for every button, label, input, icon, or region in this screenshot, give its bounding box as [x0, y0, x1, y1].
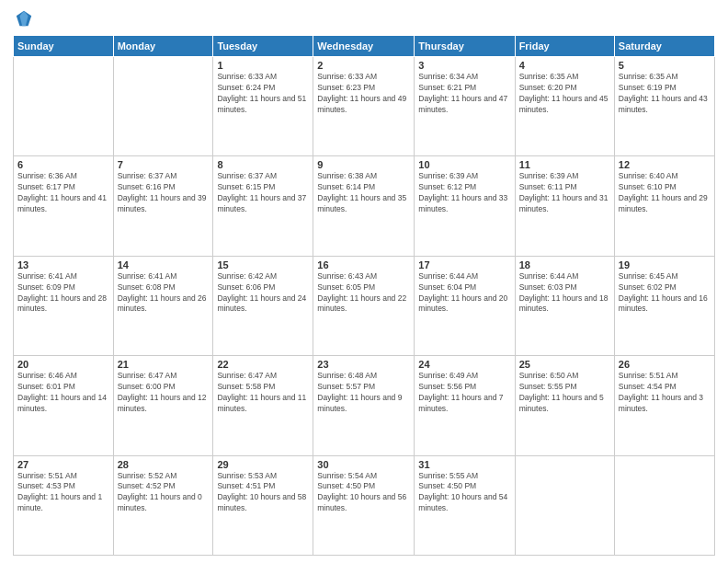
day-info: Sunrise: 6:40 AMSunset: 6:10 PMDaylight:… [619, 171, 711, 215]
day-number: 1 [217, 60, 309, 71]
day-number: 30 [317, 459, 410, 470]
day-info: Sunrise: 6:41 AMSunset: 6:08 PMDaylight:… [118, 271, 210, 316]
day-number: 13 [17, 259, 109, 270]
day-number: 5 [619, 60, 711, 71]
day-info: Sunrise: 5:51 AMSunset: 4:53 PMDaylight:… [17, 471, 109, 515]
day-info: Sunrise: 6:35 AMSunset: 6:20 PMDaylight:… [519, 72, 610, 116]
day-number: 17 [418, 259, 510, 270]
calendar-day-cell: 23Sunrise: 6:48 AMSunset: 5:57 PMDayligh… [313, 356, 415, 455]
calendar-day-cell: 3Sunrise: 6:34 AMSunset: 6:21 PMDaylight… [415, 57, 515, 156]
day-info: Sunrise: 6:47 AMSunset: 6:00 PMDaylight:… [118, 371, 210, 415]
calendar-day-cell: 20Sunrise: 6:46 AMSunset: 6:01 PMDayligh… [14, 356, 114, 455]
calendar-day-cell: 16Sunrise: 6:43 AMSunset: 6:05 PMDayligh… [313, 256, 415, 355]
day-of-week-header: Saturday [614, 36, 714, 57]
calendar-body: 1Sunrise: 6:33 AMSunset: 6:24 PMDaylight… [14, 57, 715, 556]
calendar-day-cell: 18Sunrise: 6:44 AMSunset: 6:03 PMDayligh… [515, 256, 614, 355]
day-number: 9 [317, 159, 410, 170]
calendar-day-cell: 30Sunrise: 5:54 AMSunset: 4:50 PMDayligh… [313, 455, 415, 555]
calendar-day-cell: 17Sunrise: 6:44 AMSunset: 6:04 PMDayligh… [415, 256, 515, 355]
logo-icon [15, 9, 33, 28]
day-info: Sunrise: 6:46 AMSunset: 6:01 PMDaylight:… [17, 371, 109, 415]
day-of-week-header: Monday [113, 36, 213, 57]
day-number: 27 [17, 459, 109, 470]
calendar-day-cell: 12Sunrise: 6:40 AMSunset: 6:10 PMDayligh… [614, 156, 714, 256]
calendar-day-cell: 19Sunrise: 6:45 AMSunset: 6:02 PMDayligh… [614, 256, 714, 355]
calendar-week-row: 27Sunrise: 5:51 AMSunset: 4:53 PMDayligh… [14, 455, 715, 555]
day-info: Sunrise: 5:55 AMSunset: 4:50 PMDaylight:… [418, 471, 510, 515]
calendar-day-cell: 21Sunrise: 6:47 AMSunset: 6:00 PMDayligh… [113, 356, 213, 455]
calendar-day-cell: 6Sunrise: 6:36 AMSunset: 6:17 PMDaylight… [14, 156, 114, 256]
day-number: 7 [118, 159, 210, 170]
day-info: Sunrise: 5:52 AMSunset: 4:52 PMDaylight:… [118, 471, 210, 515]
calendar-day-cell: 26Sunrise: 5:51 AMSunset: 4:54 PMDayligh… [614, 356, 714, 455]
day-number: 3 [418, 60, 510, 71]
calendar-day-cell [14, 57, 114, 156]
day-of-week-header: Tuesday [213, 36, 313, 57]
day-number: 14 [118, 259, 210, 270]
calendar-day-cell: 27Sunrise: 5:51 AMSunset: 4:53 PMDayligh… [14, 455, 114, 555]
day-of-week-header: Wednesday [313, 36, 415, 57]
day-info: Sunrise: 6:41 AMSunset: 6:09 PMDaylight:… [17, 271, 109, 316]
day-of-week-header: Thursday [415, 36, 515, 57]
day-of-week-header: Sunday [14, 36, 114, 57]
day-number: 25 [519, 359, 610, 370]
calendar-header-row: SundayMondayTuesdayWednesdayThursdayFrid… [14, 36, 715, 57]
calendar-day-cell: 10Sunrise: 6:39 AMSunset: 6:12 PMDayligh… [415, 156, 515, 256]
day-info: Sunrise: 6:45 AMSunset: 6:02 PMDaylight:… [619, 271, 711, 316]
day-info: Sunrise: 6:36 AMSunset: 6:17 PMDaylight:… [17, 171, 109, 215]
calendar-day-cell: 9Sunrise: 6:38 AMSunset: 6:14 PMDaylight… [313, 156, 415, 256]
day-number: 11 [519, 159, 610, 170]
day-number: 28 [118, 459, 210, 470]
page-header [13, 9, 715, 28]
day-number: 12 [619, 159, 711, 170]
calendar-day-cell: 2Sunrise: 6:33 AMSunset: 6:23 PMDaylight… [313, 57, 415, 156]
day-number: 29 [217, 459, 309, 470]
day-number: 8 [217, 159, 309, 170]
day-number: 2 [317, 60, 410, 71]
day-info: Sunrise: 5:51 AMSunset: 4:54 PMDaylight:… [619, 371, 711, 415]
logo-area [13, 9, 33, 28]
calendar-day-cell [614, 455, 714, 555]
day-number: 24 [418, 359, 510, 370]
day-info: Sunrise: 6:48 AMSunset: 5:57 PMDaylight:… [317, 371, 410, 415]
calendar-day-cell: 15Sunrise: 6:42 AMSunset: 6:06 PMDayligh… [213, 256, 313, 355]
calendar-day-cell: 22Sunrise: 6:47 AMSunset: 5:58 PMDayligh… [213, 356, 313, 455]
day-number: 16 [317, 259, 410, 270]
logo [13, 9, 33, 28]
day-info: Sunrise: 6:35 AMSunset: 6:19 PMDaylight:… [619, 72, 711, 116]
day-info: Sunrise: 6:44 AMSunset: 6:03 PMDaylight:… [519, 271, 610, 316]
calendar-day-cell: 8Sunrise: 6:37 AMSunset: 6:15 PMDaylight… [213, 156, 313, 256]
day-number: 10 [418, 159, 510, 170]
day-info: Sunrise: 5:53 AMSunset: 4:51 PMDaylight:… [217, 471, 309, 515]
calendar-week-row: 1Sunrise: 6:33 AMSunset: 6:24 PMDaylight… [14, 57, 715, 156]
calendar-day-cell: 13Sunrise: 6:41 AMSunset: 6:09 PMDayligh… [14, 256, 114, 355]
day-info: Sunrise: 5:54 AMSunset: 4:50 PMDaylight:… [317, 471, 410, 515]
calendar-day-cell: 25Sunrise: 6:50 AMSunset: 5:55 PMDayligh… [515, 356, 614, 455]
day-number: 20 [17, 359, 109, 370]
calendar-day-cell: 5Sunrise: 6:35 AMSunset: 6:19 PMDaylight… [614, 57, 714, 156]
day-info: Sunrise: 6:44 AMSunset: 6:04 PMDaylight:… [418, 271, 510, 316]
calendar-week-row: 6Sunrise: 6:36 AMSunset: 6:17 PMDaylight… [14, 156, 715, 256]
calendar-day-cell: 14Sunrise: 6:41 AMSunset: 6:08 PMDayligh… [113, 256, 213, 355]
calendar-day-cell: 11Sunrise: 6:39 AMSunset: 6:11 PMDayligh… [515, 156, 614, 256]
calendar-week-row: 20Sunrise: 6:46 AMSunset: 6:01 PMDayligh… [14, 356, 715, 455]
calendar-day-cell: 4Sunrise: 6:35 AMSunset: 6:20 PMDaylight… [515, 57, 614, 156]
day-info: Sunrise: 6:33 AMSunset: 6:23 PMDaylight:… [317, 72, 410, 116]
calendar-day-cell: 31Sunrise: 5:55 AMSunset: 4:50 PMDayligh… [415, 455, 515, 555]
day-info: Sunrise: 6:37 AMSunset: 6:15 PMDaylight:… [217, 171, 309, 215]
day-number: 31 [418, 459, 510, 470]
day-info: Sunrise: 6:43 AMSunset: 6:05 PMDaylight:… [317, 271, 410, 316]
calendar-day-cell: 28Sunrise: 5:52 AMSunset: 4:52 PMDayligh… [113, 455, 213, 555]
calendar-table: SundayMondayTuesdayWednesdayThursdayFrid… [13, 35, 715, 556]
day-of-week-header: Friday [515, 36, 614, 57]
calendar-day-cell: 24Sunrise: 6:49 AMSunset: 5:56 PMDayligh… [415, 356, 515, 455]
day-info: Sunrise: 6:39 AMSunset: 6:12 PMDaylight:… [418, 171, 510, 215]
day-number: 6 [17, 159, 109, 170]
calendar-day-cell [113, 57, 213, 156]
day-info: Sunrise: 6:50 AMSunset: 5:55 PMDaylight:… [519, 371, 610, 415]
calendar-day-cell: 7Sunrise: 6:37 AMSunset: 6:16 PMDaylight… [113, 156, 213, 256]
day-number: 22 [217, 359, 309, 370]
day-number: 4 [519, 60, 610, 71]
day-number: 18 [519, 259, 610, 270]
day-info: Sunrise: 6:49 AMSunset: 5:56 PMDaylight:… [418, 371, 510, 415]
